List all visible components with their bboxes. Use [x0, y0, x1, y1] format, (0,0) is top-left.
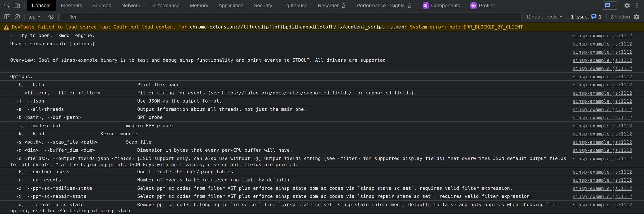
source-location-link[interactable]: sinsp-example.js:1112 — [573, 139, 632, 145]
console-message: -q, --remove-io-sc-state Remove ppm sc c… — [10, 202, 558, 213]
console-text: -h, --help Print this page. — [10, 82, 182, 87]
tab-elements[interactable]: Elements — [56, 0, 87, 11]
console-message: -a, --all-threads Output information abo… — [10, 107, 307, 112]
console-text: -b <path>, --bpf <path> BPF probe. — [10, 115, 166, 120]
chevron-down-icon — [560, 16, 562, 18]
tab-application[interactable]: Application — [213, 0, 248, 11]
console-row: -q, --remove-io-sc-state Remove ppm sc c… — [0, 201, 644, 214]
console-row: -k, --kmod Kernel modulesinsp-example.js… — [0, 130, 644, 138]
console-message: Overview: Goal of sinsp-example binary i… — [10, 57, 388, 63]
source-location-link[interactable]: sinsp-example.js:1112 — [573, 177, 632, 183]
more-options-icon[interactable] — [632, 1, 642, 10]
source-location-link[interactable]: sinsp-example.js:1112 — [573, 169, 632, 175]
issues-button[interactable]: 1 Issue: 1 — [568, 13, 604, 21]
console-message: -k, --kmod Kernel module — [10, 131, 137, 136]
source-location-link[interactable]: sinsp-example.js:1112 — [573, 106, 632, 112]
warning-suffix: : System error: net::ERR_BLOCKED_BY_CLIE… — [404, 24, 523, 30]
source-location-link[interactable]: sinsp-example.js:1112 — [573, 74, 632, 80]
clear-console-icon[interactable] — [12, 12, 22, 22]
source-location-link[interactable]: sinsp-example.js:1112 — [573, 123, 632, 129]
tab-sources[interactable]: Sources — [87, 0, 116, 11]
console-row: -s <path>, --scap_file <path> Scap files… — [0, 138, 644, 146]
console-text-link[interactable]: https://falco.org/docs/rules/supported-f… — [222, 90, 352, 96]
tab-performance[interactable]: Performance — [145, 0, 184, 11]
tab-network[interactable]: Network — [116, 0, 145, 11]
divider — [44, 14, 44, 20]
tab-label: Components — [431, 2, 460, 8]
console-message: -j, --json Use JSON as the output format… — [10, 98, 222, 104]
chevron-down-icon — [37, 16, 40, 18]
console-toolbar: top Default levels 1 Issue: 1 2 hidden — [0, 11, 644, 22]
console-text: -- Try to open: 'kmod' engine. — [10, 33, 95, 38]
console-text: -s <path>, --scap_file <path> Scap file — [10, 139, 151, 145]
flask-icon — [407, 3, 412, 8]
console-row: Usage: sinsp-example [options]sinsp-exam… — [0, 40, 644, 48]
source-map-link[interactable]: chrome-extension://ljfdccdjpfjpfjbpdiiha… — [190, 24, 404, 30]
console-message: -- Try to open: 'kmod' engine. — [10, 33, 95, 38]
source-location-link[interactable]: sinsp-example.js:1112 — [573, 82, 632, 88]
console-text: -E, --exclude-users Don't create the use… — [10, 169, 233, 174]
console-text: -x, --ppm-sc-repair-state Select ppm sc … — [10, 194, 532, 199]
issues-bubble-icon — [604, 2, 610, 8]
console-text: -j, --json Use JSON as the output format… — [10, 98, 222, 104]
console-text: -k, --kmod Kernel module — [10, 131, 137, 136]
source-location-link[interactable]: sinsp-example.js:1112 — [573, 90, 632, 96]
divider — [566, 14, 566, 20]
hidden-messages-count[interactable]: 2 hidden — [608, 14, 632, 20]
source-location-link[interactable]: sinsp-example.js:1112 — [573, 185, 632, 192]
console-row: -h, --help Print this page.sinsp-example… — [0, 81, 644, 89]
console-settings-gear-icon[interactable] — [632, 12, 642, 22]
live-expression-eye-icon[interactable] — [46, 12, 56, 22]
tab-label: Console — [32, 2, 50, 8]
device-toolbar-icon[interactable] — [12, 1, 22, 10]
source-location-link[interactable]: sinsp-example.js:1112 — [573, 49, 632, 55]
tab-profiler[interactable]: Profiler — [465, 0, 500, 11]
source-location-link[interactable]: sinsp-example.js:1112 — [573, 57, 632, 63]
console-sidebar-toggle-icon[interactable] — [2, 12, 12, 22]
devtools-tab-bar: ConsoleElementsSourcesNetworkPerformance… — [0, 0, 644, 11]
source-map-warning-bar: DevTools failed to load source map: Coul… — [0, 22, 644, 31]
divider — [24, 14, 24, 20]
console-message: -h, --help Print this page. — [10, 82, 182, 87]
issues-bubble-icon — [591, 14, 597, 20]
console-filter-input[interactable] — [62, 12, 522, 21]
source-location-link[interactable]: sinsp-example.js:1112 — [573, 98, 632, 104]
issues-button-label: 1 Issue: — [571, 14, 589, 20]
divider — [24, 2, 24, 9]
issues-count: 1 — [612, 2, 615, 8]
tab-label: Recorder — [318, 2, 339, 8]
console-row: -n, --num-events Number of events to be … — [0, 176, 644, 184]
issues-bubble-icon — [591, 14, 597, 20]
source-location-link[interactable]: sinsp-example.js:1112 — [573, 131, 632, 137]
react-atom-icon — [422, 2, 429, 9]
tab-memory[interactable]: Memory — [185, 0, 214, 11]
source-location-link[interactable]: sinsp-example.js:1112 — [573, 65, 632, 72]
log-levels-selector[interactable]: Default levels — [525, 14, 564, 20]
settings-gear-icon[interactable] — [622, 1, 632, 10]
console-row: -o <fields>, --output-fields-json <field… — [0, 154, 644, 168]
tab-recorder[interactable]: Recorder — [312, 0, 352, 11]
issues-counter-chip[interactable]: 1 — [602, 1, 618, 9]
tab-performance-insights[interactable]: Performance insights — [352, 0, 418, 11]
console-row: -j, --json Use JSON as the output format… — [0, 97, 644, 105]
context-selector[interactable]: top — [27, 14, 42, 20]
tab-lighthouse[interactable]: Lighthouse — [277, 0, 312, 11]
tab-label: Sources — [92, 2, 111, 8]
source-location-link[interactable]: sinsp-example.js:1112 — [573, 202, 632, 208]
source-location-link[interactable]: sinsp-example.js:1112 — [573, 41, 632, 47]
source-location-link[interactable]: sinsp-example.js:1112 — [573, 155, 632, 162]
console-row: Options:sinsp-example.js:1112 — [0, 73, 644, 81]
tab-security[interactable]: Security — [249, 0, 278, 11]
inspect-element-icon[interactable] — [2, 1, 12, 10]
source-location-link[interactable]: sinsp-example.js:1112 — [573, 114, 632, 121]
tab-components[interactable]: Components — [418, 0, 465, 11]
source-location-link[interactable]: sinsp-example.js:1112 — [573, 32, 632, 39]
console-message: -o <fields>, --output-fields-json <field… — [10, 156, 566, 167]
tab-console[interactable]: Console — [27, 0, 56, 11]
console-row: -f <filter>, --filter <filter> Filter st… — [0, 89, 644, 97]
warning-triangle-icon — [4, 24, 10, 30]
source-location-link[interactable]: sinsp-example.js:1112 — [573, 147, 632, 153]
source-location-link[interactable]: sinsp-example.js:1112 — [573, 193, 632, 200]
console-row: -d <dim>, --buffer_dim <dim> Dimension i… — [0, 146, 644, 154]
tab-label: Application — [218, 2, 243, 8]
